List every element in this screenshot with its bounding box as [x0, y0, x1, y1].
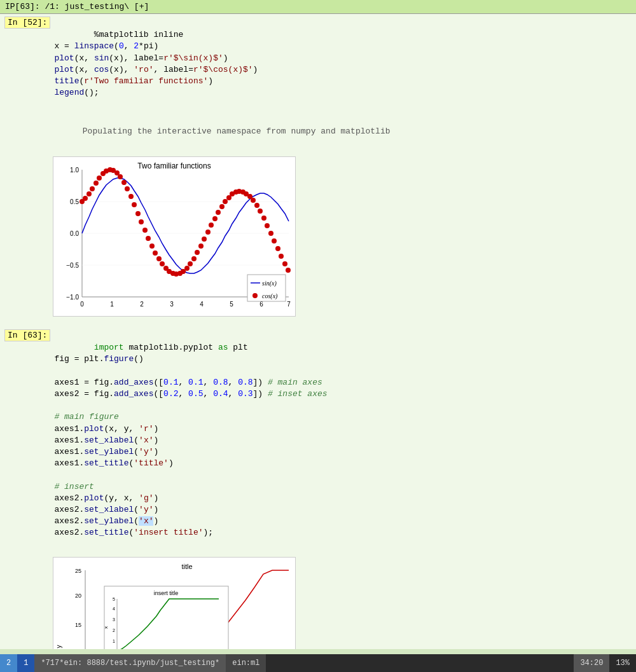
inset-ytick: 3 — [113, 617, 115, 622]
cell-in-63: In [63]: import matplotlib.pyplot as plt… — [2, 329, 636, 552]
svg-point-41 — [223, 199, 228, 204]
legend-cos-label: cos(x) — [262, 292, 278, 300]
svg-point-23 — [160, 261, 165, 266]
chart1-svg: Two familiar functions 1.0 0.5 0.0 −0.5 … — [53, 157, 295, 316]
code-line: axes1.set_title('title') — [54, 458, 173, 468]
svg-point-12 — [121, 180, 127, 185]
svg-point-52 — [261, 216, 266, 221]
code-line: x = linspace(0, 2*pi) — [54, 41, 158, 51]
svg-point-14 — [128, 194, 134, 199]
inset-ytick: 1 — [113, 639, 115, 643]
cell-output-52: Populating the interactive namespace fro… — [2, 112, 636, 152]
svg-point-5 — [97, 175, 102, 181]
cell-in-52: In [52]: %matplotlib inline x = linspace… — [2, 17, 636, 112]
cell-52: In [52]: %matplotlib inline x = linspace… — [0, 14, 636, 327]
svg-point-17 — [139, 219, 144, 224]
ytick: 1.0 — [70, 167, 79, 174]
notebook: In [52]: %matplotlib inline x = linspace… — [0, 14, 636, 649]
svg-point-16 — [135, 211, 141, 216]
cell-code-63[interactable]: import matplotlib.pyplot as plt fig = pl… — [54, 329, 636, 552]
svg-point-2 — [86, 191, 92, 196]
svg-point-19 — [146, 236, 151, 241]
svg-point-20 — [149, 243, 155, 249]
xtick: 4 — [200, 301, 204, 308]
svg-point-31 — [188, 261, 193, 266]
svg-point-32 — [191, 256, 197, 261]
svg-point-59 — [286, 268, 291, 273]
main-ytick: 25 — [75, 568, 81, 574]
svg-point-13 — [125, 186, 130, 191]
svg-point-40 — [219, 204, 225, 209]
svg-point-39 — [216, 210, 221, 215]
svg-point-50 — [254, 203, 259, 208]
svg-point-15 — [132, 202, 137, 207]
inset-title: insert title — [154, 590, 179, 596]
main-ytick: 20 — [75, 593, 81, 599]
inset-ytick: 2 — [113, 628, 115, 633]
main-ytick: 15 — [75, 622, 81, 628]
svg-point-11 — [118, 174, 123, 179]
status-bar: 2 1 * 717 *ein: 8888/test.ipynb/just_tes… — [0, 654, 636, 672]
legend-cos-dot — [252, 293, 258, 298]
svg-point-34 — [198, 243, 204, 249]
svg-point-51 — [258, 209, 263, 214]
code-line: %matplotlib inline — [94, 30, 183, 39]
legend-sin-label: sin(x) — [262, 280, 277, 287]
xtick: 2 — [140, 301, 144, 308]
svg-point-55 — [272, 238, 277, 243]
svg-point-54 — [268, 231, 273, 236]
cell-code-52[interactable]: %matplotlib inline x = linspace(0, 2*pi)… — [54, 17, 636, 112]
svg-point-21 — [153, 250, 158, 256]
chart1-container: Two familiar functions 1.0 0.5 0.0 −0.5 … — [53, 156, 296, 317]
cell-label-63: In [63]: — [4, 329, 50, 341]
chart1-title: Two familiar functions — [137, 161, 211, 170]
inset-ytick: 4 — [113, 607, 115, 611]
inset-ylabel: x — [103, 626, 109, 629]
code-line: axes2 = fig.add_axes([0.2, 0.5, 0.4, 0.3… — [54, 389, 327, 399]
code-line: axes1.set_ylabel('y') — [54, 447, 158, 456]
ytick: −1.0 — [66, 294, 79, 301]
svg-point-4 — [93, 181, 99, 186]
main-ylabel: y — [55, 645, 62, 648]
svg-point-56 — [275, 246, 280, 251]
status-percent: 13% — [609, 654, 636, 672]
code-line: axes2.plot(y, x, 'g') — [54, 493, 158, 503]
status-mode: ein:ml — [226, 654, 266, 672]
code-line: fig = plt.figure() — [54, 354, 143, 364]
status-num1: 2 — [0, 654, 17, 672]
code-line: # insert — [54, 482, 93, 491]
title-text: IP[63]: /1: just_testing\ [+] — [5, 2, 149, 11]
svg-point-3 — [90, 186, 95, 191]
svg-point-33 — [195, 250, 200, 255]
code-line: legend(); — [54, 88, 99, 97]
cell-63: In [63]: import matplotlib.pyplot as plt… — [0, 327, 636, 649]
svg-point-1 — [83, 196, 88, 201]
code-line: axes2.set_title('insert title'); — [54, 528, 213, 537]
xtick: 3 — [170, 301, 174, 308]
code-line: plot(x, cos(x), 'ro', label=r'$\cos(x)$'… — [54, 65, 258, 74]
xtick: 7 — [287, 301, 291, 308]
chart2-container: title 0 5 10 15 20 25 0 1 2 3 4 — [53, 557, 296, 649]
status-num2: 1 — [17, 654, 34, 672]
title-bar: IP[63]: /1: just_testing\ [+] — [0, 0, 636, 14]
status-position: 34:20 — [574, 654, 609, 672]
svg-point-18 — [142, 228, 148, 233]
ytick: 0.5 — [70, 198, 79, 205]
ytick: 0.0 — [70, 230, 79, 237]
status-file-info: * 717 *ein: 8888/test.ipynb/just_testing… — [34, 654, 226, 672]
svg-point-36 — [205, 230, 211, 235]
svg-point-35 — [202, 237, 207, 242]
svg-point-57 — [279, 254, 284, 259]
cell-label-52: In [52]: — [4, 17, 50, 29]
ytick: −0.5 — [66, 262, 79, 269]
xtick: 0 — [80, 301, 84, 308]
code-line: axes2.set_ylabel('x') — [54, 516, 158, 526]
code-line: axes2.set_xlabel('y') — [54, 505, 158, 514]
code-line: axes1 = fig.add_axes([0.1, 0.1, 0.8, 0.8… — [54, 378, 322, 387]
code-line: plot(x, sin(x), label=r'$\sin(x)$') — [54, 53, 228, 63]
svg-point-22 — [156, 256, 162, 261]
svg-point-53 — [265, 223, 270, 228]
svg-point-37 — [209, 223, 214, 228]
code-line: import matplotlib.pyplot as plt — [94, 343, 248, 352]
svg-point-49 — [251, 198, 256, 203]
